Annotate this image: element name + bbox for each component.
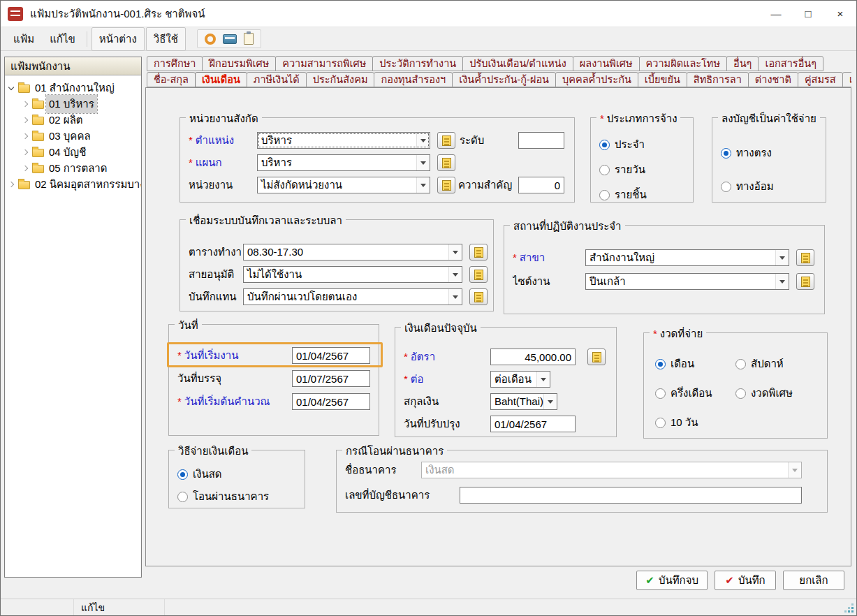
tree-item-head-office[interactable]: 01 สำนักงานใหญ่ [6,80,140,96]
group-current-salary: เงินเดือนปัจจุบัน *อัตรา *ต่อ ต่อเดือน ส… [395,327,617,437]
radio-special-period[interactable]: งวดพิเศษ [735,386,793,400]
clipboard-icon[interactable] [244,33,254,45]
tab-provident-fund[interactable]: กองทุนสำรองฯ [374,72,453,87]
tab-salary-adjustment[interactable]: ปรับเงินเดือน/ตำแหน่ง [462,56,573,71]
tab-salary[interactable]: เงินเดือน [195,72,247,87]
branch-select[interactable]: สำนักงานใหญ่ [585,249,789,266]
tab-guarantor[interactable]: บุคคลค้ำประกัน [555,72,638,87]
rate-input[interactable] [490,349,576,365]
menu-window[interactable]: หน้าต่าง [91,27,145,51]
tab-special-skills[interactable]: ความสามารถพิเศษ [275,56,373,71]
dropdown-arrow-icon [416,133,430,148]
tab-foreigner[interactable]: ต่างชาติ [748,72,798,87]
unit-select[interactable]: ไม่สังกัดหน่วยงาน [257,177,430,193]
radio-indirect[interactable]: ทางอ้อม [721,179,774,193]
approval-line-select[interactable]: ไม่ได้ใช้งาน [243,266,462,283]
tab-special-performance[interactable]: ผลงานพิเศษ [573,56,640,71]
site-lookup-button[interactable] [796,273,814,290]
unit-lookup-button[interactable] [437,177,455,193]
tab-social-security[interactable]: ประกันสังคม [306,72,375,87]
calc-start-date-input[interactable] [292,393,370,410]
adjusted-date-input[interactable] [490,416,576,432]
tab-leave-rights[interactable]: สิทธิการลา [687,72,749,87]
chevron-right-icon[interactable] [20,131,30,141]
tab-income-tax[interactable]: ภาษีเงินได้ [247,72,307,87]
tab-education[interactable]: การศึกษา [147,56,203,71]
chevron-right-icon[interactable] [20,147,30,157]
minimize-button[interactable]: — [760,1,792,27]
tab-diligence[interactable]: เบี้ยขยัน [638,72,687,87]
tree-item-production[interactable]: 02 ผลิต [6,112,140,128]
site-select[interactable]: ปีนเกล้า [585,273,789,290]
tab-work-history[interactable]: ประวัติการทำงาน [372,56,463,71]
close-button[interactable]: × [824,1,856,27]
start-date-input[interactable] [292,347,370,364]
chevron-down-icon[interactable] [6,83,16,93]
radio-daily[interactable]: รายวัน [599,163,645,177]
resize-grip[interactable] [844,603,854,613]
tab-other-documents[interactable]: เอกสารอื่นๆ [758,56,823,71]
tree-item-bangpoo[interactable]: 02 นิคมอุตสาหกรรมบางปู [6,176,140,192]
rate-lookup-button[interactable] [587,349,606,365]
tab-personal-file[interactable]: แฟ้มบุคคล [842,72,851,87]
radio-weekly[interactable]: สัปดาห์ [735,357,784,371]
radio-cash[interactable]: เงินสด [177,467,222,481]
tab-special-training[interactable]: ฝึกอบรมพิเศษ [202,56,276,71]
record-by-select[interactable]: บันทึกผ่านเวปโดยตนเอง [243,288,462,305]
approval-line-lookup-button[interactable] [469,266,488,283]
radio-direct[interactable]: ทางตรง [721,146,772,160]
placement-date-input[interactable] [292,370,370,387]
schedule-lookup-button[interactable] [469,244,488,261]
record-by-lookup-button[interactable] [469,288,488,305]
card-icon[interactable] [223,34,237,44]
bank-account-input[interactable] [460,487,802,504]
tree-item-admin[interactable]: 01 บริหาร [6,96,140,112]
radio-permanent[interactable]: ประจำ [599,138,645,152]
level-input[interactable] [518,132,564,149]
required-star: * [404,351,408,362]
radio-bank-transfer[interactable]: โอนผ่านธนาคาร [177,490,269,504]
position-lookup-button[interactable] [437,132,455,149]
chevron-right-icon[interactable] [20,163,30,173]
folder-icon [32,149,44,157]
currency-select[interactable]: Baht(Thai) [490,393,557,410]
radio-off-icon [177,492,188,502]
branch-label: *สาขา [513,249,583,266]
per-select[interactable]: ต่อเดือน [490,371,550,388]
tab-offense-penalty[interactable]: ความผิดและโทษ [639,56,727,71]
tree-item-personnel[interactable]: 03 บุคคล [6,128,140,144]
tab-name-surname[interactable]: ชื่อ-สกุล [147,72,196,87]
schedule-select[interactable]: 08.30-17.30 [243,244,462,261]
folder-icon [32,101,44,109]
branch-value: สำนักงานใหญ่ [586,250,775,265]
chevron-right-icon[interactable] [6,179,16,189]
menu-edit[interactable]: แก้ไข [43,28,82,50]
save-close-button[interactable]: ✔ บันทึกจบ [636,571,708,590]
dropdown-arrow-icon [775,250,789,265]
branch-lookup-button[interactable] [796,249,814,266]
tab-spouse[interactable]: คู่สมรส [798,72,843,87]
radio-ten-days[interactable]: 10 วัน [655,416,698,430]
department-lookup-button[interactable] [437,154,455,171]
cancel-button[interactable]: ยกเลิก [783,571,844,590]
department-select[interactable]: บริหาร [257,154,430,171]
tree-item-accounting[interactable]: 04 บัญชี [6,144,140,160]
menu-help[interactable]: วิธีใช้ [146,27,186,51]
chevron-right-icon[interactable] [20,99,30,109]
chevron-right-icon[interactable] [20,115,30,125]
radio-monthly[interactable]: เดือน [655,357,694,371]
radio-piecework[interactable]: รายชิ้น [599,188,647,202]
save-button[interactable]: ✔ บันทึก [715,571,776,590]
folder-icon [32,133,44,141]
position-select[interactable]: บริหาร [257,132,430,149]
priority-input[interactable] [518,177,564,193]
radio-half-month[interactable]: ครึ่งเดือน [655,386,712,400]
tree-item-marketing[interactable]: 05 การตลาด [6,160,140,176]
menu-file[interactable]: แฟ้ม [6,28,41,50]
dropdown-arrow-icon [448,267,462,282]
record-icon[interactable] [205,34,216,45]
tab-others[interactable]: อื่นๆ [726,56,759,71]
maximize-button[interactable]: □ [792,1,824,27]
sidebar-header: แฟ้มพนักงาน [5,57,141,75]
tab-guarantee-loan[interactable]: เงินค้ำประกัน-กู้-ผ่อน [452,72,556,87]
